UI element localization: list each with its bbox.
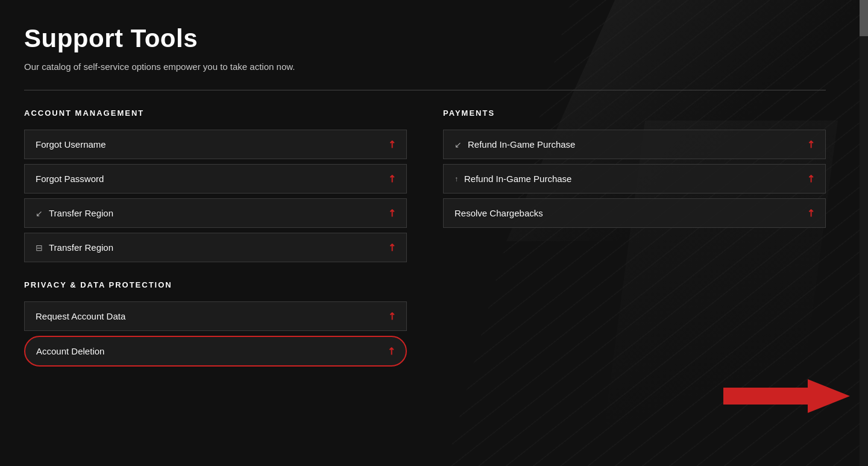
privacy-list: Request Account Data ↗ Account Deletion … (24, 301, 407, 367)
refund-ingame-2-item[interactable]: ↑ Refund In-Game Purchase ↗ (443, 164, 826, 194)
transfer-region-2-icon: ⊟ (36, 243, 43, 253)
scrollbar[interactable] (860, 0, 868, 466)
request-account-data-label: Request Account Data (36, 311, 125, 321)
refund-ingame-1-arrow-icon: ↗ (804, 137, 817, 151)
privacy-section: PRIVACY & DATA PROTECTION Request Accoun… (24, 280, 407, 367)
payments-section: PAYMENTS ↙ Refund In-Game Purchase ↗ ↑ R… (443, 109, 826, 385)
account-deletion-item[interactable]: Account Deletion ↗ (24, 336, 407, 367)
resolve-chargebacks-arrow-icon: ↗ (804, 206, 817, 220)
account-management-section: ACCOUNT MANAGEMENT Forgot Username ↗ For… (24, 109, 407, 385)
arrow-body (723, 388, 808, 405)
transfer-region-1-item[interactable]: ↙ Transfer Region ↗ (24, 198, 407, 228)
forgot-password-item[interactable]: Forgot Password ↗ (24, 164, 407, 194)
transfer-region-1-label: Transfer Region (49, 208, 113, 218)
transfer-region-1-icon: ↙ (36, 209, 43, 218)
resolve-chargebacks-label: Resolve Chargebacks (454, 208, 543, 218)
refund-ingame-1-label: Refund In-Game Purchase (468, 139, 575, 150)
request-account-data-arrow-icon: ↗ (385, 309, 398, 323)
payments-list: ↙ Refund In-Game Purchase ↗ ↑ Refund In-… (443, 130, 826, 228)
account-management-list: Forgot Username ↗ Forgot Password ↗ ↙ Tr… (24, 130, 407, 262)
payments-title: PAYMENTS (443, 109, 826, 118)
refund-ingame-2-arrow-icon: ↗ (804, 172, 817, 186)
forgot-password-label: Forgot Password (36, 174, 104, 184)
sections-grid: ACCOUNT MANAGEMENT Forgot Username ↗ For… (24, 109, 826, 385)
transfer-region-2-arrow-icon: ↗ (385, 241, 398, 254)
resolve-chargebacks-item[interactable]: Resolve Chargebacks ↗ (443, 198, 826, 228)
transfer-region-2-label: Transfer Region (49, 242, 113, 253)
account-deletion-label: Account Deletion (36, 346, 104, 356)
arrow-head (808, 379, 850, 413)
transfer-region-1-arrow-icon: ↗ (385, 206, 398, 220)
scrollbar-thumb[interactable] (860, 0, 868, 36)
account-management-title: ACCOUNT MANAGEMENT (24, 109, 407, 118)
request-account-data-item[interactable]: Request Account Data ↗ (24, 301, 407, 331)
forgot-username-arrow-icon: ↗ (385, 137, 398, 151)
refund-ingame-1-item[interactable]: ↙ Refund In-Game Purchase ↗ (443, 130, 826, 159)
page-subtitle: Our catalog of self-service options empo… (24, 61, 826, 72)
refund-2-icon: ↑ (454, 175, 458, 183)
forgot-password-arrow-icon: ↗ (385, 172, 398, 186)
page-title: Support Tools (24, 24, 826, 53)
forgot-username-label: Forgot Username (36, 139, 106, 150)
section-divider (24, 90, 826, 90)
svg-marker-0 (808, 379, 850, 413)
refund-ingame-2-label: Refund In-Game Purchase (464, 174, 571, 184)
privacy-title: PRIVACY & DATA PROTECTION (24, 280, 407, 289)
transfer-region-2-item[interactable]: ⊟ Transfer Region ↗ (24, 233, 407, 262)
annotation-arrow (723, 379, 850, 413)
account-deletion-arrow-icon: ↗ (384, 344, 398, 358)
forgot-username-item[interactable]: Forgot Username ↗ (24, 130, 407, 159)
refund-1-icon: ↙ (454, 140, 462, 150)
